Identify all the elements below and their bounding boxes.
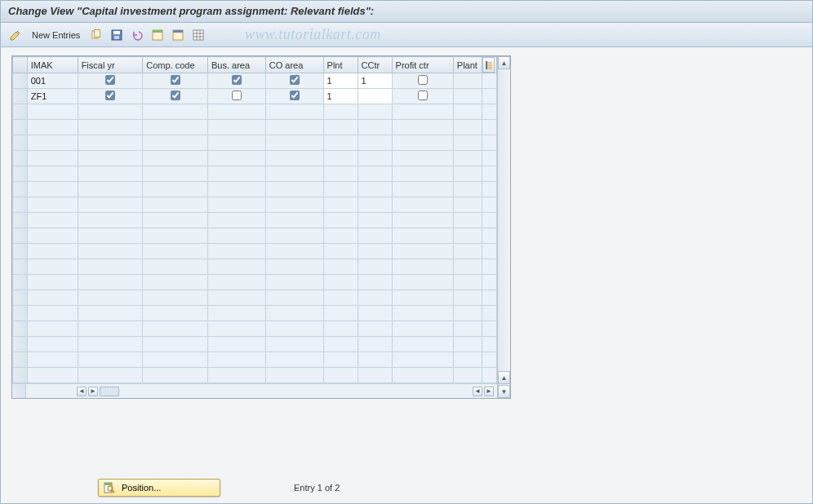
empty-cell[interactable] bbox=[143, 306, 208, 321]
empty-cell[interactable] bbox=[358, 151, 392, 166]
cell-co-area[interactable] bbox=[265, 73, 323, 89]
empty-cell[interactable] bbox=[207, 368, 265, 383]
empty-cell[interactable] bbox=[207, 104, 265, 120]
empty-cell[interactable] bbox=[27, 321, 78, 337]
empty-cell[interactable] bbox=[207, 166, 265, 182]
empty-cell[interactable] bbox=[482, 352, 497, 368]
empty-cell[interactable] bbox=[265, 182, 323, 197]
empty-cell[interactable] bbox=[453, 244, 482, 259]
empty-cell[interactable] bbox=[27, 337, 78, 352]
cell-cctr[interactable] bbox=[358, 89, 392, 104]
toggle-edit-icon[interactable] bbox=[7, 26, 24, 44]
empty-cell[interactable] bbox=[207, 151, 265, 166]
row-selector[interactable] bbox=[13, 306, 28, 321]
empty-cell[interactable] bbox=[358, 135, 392, 151]
col-profit-ctr[interactable]: Profit ctr bbox=[392, 57, 453, 73]
empty-cell[interactable] bbox=[143, 275, 208, 290]
empty-cell[interactable] bbox=[78, 104, 143, 120]
empty-cell[interactable] bbox=[482, 197, 497, 213]
empty-cell[interactable] bbox=[482, 275, 497, 290]
empty-cell[interactable] bbox=[323, 290, 358, 306]
row-selector[interactable] bbox=[13, 244, 28, 259]
col-co-area[interactable]: CO area bbox=[265, 57, 323, 73]
empty-cell[interactable] bbox=[453, 368, 482, 383]
empty-cell[interactable] bbox=[453, 228, 482, 244]
empty-cell[interactable] bbox=[78, 368, 143, 383]
empty-cell[interactable] bbox=[265, 151, 323, 166]
empty-cell[interactable] bbox=[482, 244, 497, 259]
empty-cell[interactable] bbox=[78, 337, 143, 352]
empty-cell[interactable] bbox=[358, 368, 392, 383]
empty-cell[interactable] bbox=[482, 213, 497, 228]
empty-cell[interactable] bbox=[482, 120, 497, 135]
empty-cell[interactable] bbox=[78, 244, 143, 259]
empty-cell[interactable] bbox=[482, 228, 497, 244]
empty-cell[interactable] bbox=[482, 182, 497, 197]
empty-cell[interactable] bbox=[27, 213, 78, 228]
checkbox[interactable] bbox=[171, 75, 180, 85]
scroll-right-end-icon[interactable]: ► bbox=[484, 387, 494, 396]
empty-cell[interactable] bbox=[392, 151, 453, 166]
empty-cell[interactable] bbox=[453, 166, 482, 182]
cell-comp-code[interactable] bbox=[143, 73, 208, 89]
empty-cell[interactable] bbox=[358, 213, 392, 228]
empty-cell[interactable] bbox=[392, 290, 453, 306]
cell-imak[interactable]: ZF1 bbox=[27, 89, 78, 104]
empty-cell[interactable] bbox=[392, 306, 453, 321]
empty-cell[interactable] bbox=[358, 259, 392, 275]
col-fiscal-yr[interactable]: Fiscal yr bbox=[78, 57, 143, 73]
col-comp-code[interactable]: Comp. code bbox=[143, 57, 208, 73]
cell-bus-area[interactable] bbox=[207, 73, 265, 89]
cell-plant[interactable] bbox=[453, 73, 482, 89]
scroll-up-icon[interactable]: ▲ bbox=[498, 56, 510, 69]
empty-cell[interactable] bbox=[323, 244, 358, 259]
empty-cell[interactable] bbox=[78, 120, 143, 135]
empty-cell[interactable] bbox=[392, 197, 453, 213]
empty-cell[interactable] bbox=[207, 290, 265, 306]
empty-cell[interactable] bbox=[358, 306, 392, 321]
empty-cell[interactable] bbox=[27, 182, 78, 197]
empty-cell[interactable] bbox=[27, 275, 78, 290]
empty-cell[interactable] bbox=[143, 104, 208, 120]
row-selector[interactable] bbox=[13, 182, 28, 197]
row-selector[interactable] bbox=[13, 213, 28, 228]
checkbox[interactable] bbox=[232, 75, 242, 85]
empty-cell[interactable] bbox=[143, 259, 208, 275]
empty-cell[interactable] bbox=[482, 321, 497, 337]
empty-cell[interactable] bbox=[453, 321, 482, 337]
checkbox[interactable] bbox=[418, 75, 428, 85]
empty-cell[interactable] bbox=[453, 182, 482, 197]
empty-cell[interactable] bbox=[78, 321, 143, 337]
row-selector[interactable] bbox=[13, 368, 28, 383]
empty-cell[interactable] bbox=[323, 135, 358, 151]
empty-cell[interactable] bbox=[453, 120, 482, 135]
empty-cell[interactable] bbox=[207, 120, 265, 135]
empty-cell[interactable] bbox=[27, 352, 78, 368]
empty-cell[interactable] bbox=[358, 337, 392, 352]
empty-cell[interactable] bbox=[358, 244, 392, 259]
empty-cell[interactable] bbox=[358, 352, 392, 368]
empty-cell[interactable] bbox=[78, 228, 143, 244]
empty-cell[interactable] bbox=[392, 182, 453, 197]
empty-cell[interactable] bbox=[392, 352, 453, 368]
empty-cell[interactable] bbox=[27, 197, 78, 213]
empty-cell[interactable] bbox=[482, 104, 497, 120]
empty-cell[interactable] bbox=[207, 306, 265, 321]
empty-cell[interactable] bbox=[265, 197, 323, 213]
row-selector[interactable] bbox=[13, 73, 28, 89]
empty-cell[interactable] bbox=[392, 321, 453, 337]
empty-cell[interactable] bbox=[453, 259, 482, 275]
empty-cell[interactable] bbox=[453, 290, 482, 306]
empty-cell[interactable] bbox=[453, 352, 482, 368]
empty-cell[interactable] bbox=[392, 259, 453, 275]
empty-cell[interactable] bbox=[453, 135, 482, 151]
empty-cell[interactable] bbox=[453, 213, 482, 228]
new-entries-button[interactable]: New Entries bbox=[27, 26, 85, 44]
cell-bus-area[interactable] bbox=[207, 89, 265, 104]
empty-cell[interactable] bbox=[78, 352, 143, 368]
configure-columns-icon[interactable] bbox=[482, 57, 495, 73]
empty-cell[interactable] bbox=[453, 104, 482, 120]
empty-cell[interactable] bbox=[392, 368, 453, 383]
row-selector-header[interactable] bbox=[13, 57, 28, 73]
cell-plnt[interactable]: 1 bbox=[323, 89, 358, 104]
